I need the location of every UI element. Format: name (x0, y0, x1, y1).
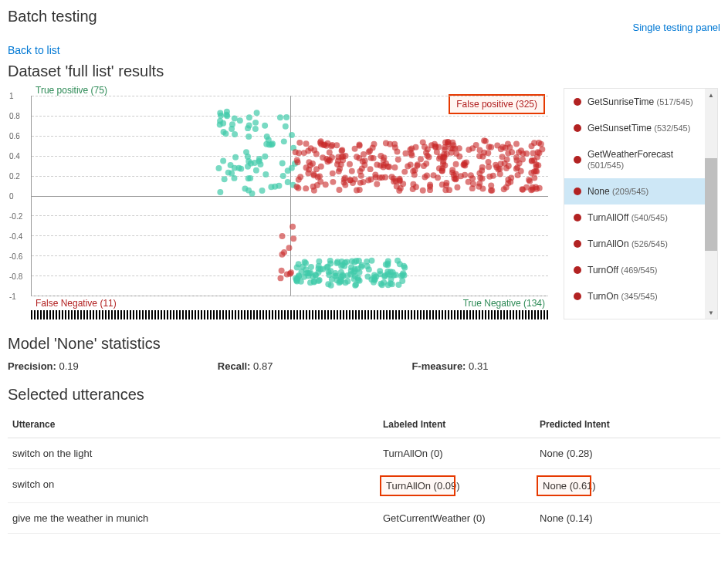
svg-point-46 (217, 110, 223, 117)
svg-point-391 (371, 155, 377, 161)
svg-point-61 (266, 142, 273, 148)
table-row[interactable]: switch on the lightTurnAllOn (0)None (0.… (8, 438, 720, 469)
svg-point-136 (473, 142, 479, 148)
intent-item-getsunsettime[interactable]: GetSunsetTime (532/545) (564, 115, 717, 141)
svg-point-386 (414, 163, 420, 169)
svg-point-89 (454, 184, 460, 191)
intent-name: TurnOff (469/545) (587, 265, 657, 275)
scrollbar-thumb[interactable] (705, 158, 717, 251)
intent-item-getweatherforecast[interactable]: GetWeatherForecast (501/545) (564, 141, 717, 178)
svg-point-301 (424, 172, 430, 178)
svg-point-26 (277, 114, 283, 120)
intent-status-dot (574, 124, 581, 132)
svg-point-381 (397, 176, 403, 182)
recall-stat: Recall: 0.87 (218, 360, 273, 372)
svg-point-512 (366, 266, 372, 272)
y-tick-label: -0.8 (9, 272, 22, 281)
svg-point-43 (262, 123, 268, 129)
svg-point-379 (507, 179, 513, 185)
svg-point-377 (468, 172, 474, 178)
svg-point-358 (536, 140, 542, 146)
scrollbar-up-arrow[interactable]: ▲ (705, 89, 717, 101)
table-row[interactable]: give me the weather in munichGetCurrentW… (8, 503, 720, 534)
svg-point-262 (461, 161, 467, 167)
svg-point-357 (418, 156, 424, 162)
x-ticks (31, 310, 548, 319)
svg-point-249 (306, 159, 312, 165)
svg-point-132 (401, 169, 408, 175)
utterance-cell: switch on the light (8, 438, 378, 469)
svg-point-286 (535, 149, 541, 155)
svg-point-2 (285, 179, 291, 185)
intent-item-turnoff[interactable]: TurnOff (469/545) (564, 257, 717, 283)
svg-point-44 (229, 126, 235, 132)
svg-point-534 (332, 273, 338, 279)
intent-item-turnalloff[interactable]: TurnAllOff (540/545) (564, 204, 717, 231)
svg-point-363 (488, 188, 494, 194)
svg-point-356 (430, 172, 436, 178)
svg-point-410 (287, 271, 293, 277)
gridline (32, 296, 548, 296)
svg-point-174 (303, 140, 310, 147)
utterance-cell: give me the weather in munich (8, 503, 378, 534)
svg-point-396 (354, 154, 360, 160)
intent-status-dot (574, 156, 581, 164)
single-testing-panel-link[interactable]: Single testing panel (633, 22, 720, 33)
intent-item-turnallon[interactable]: TurnAllOn (526/545) (564, 231, 717, 257)
svg-point-4 (262, 171, 269, 177)
back-to-list-link[interactable]: Back to list (8, 44, 720, 56)
svg-point-211 (395, 157, 401, 163)
svg-point-491 (352, 282, 358, 289)
y-tick-label: 0.8 (9, 112, 20, 120)
svg-point-276 (303, 164, 310, 171)
svg-point-347 (498, 146, 504, 152)
svg-point-74 (279, 161, 286, 167)
svg-point-275 (295, 185, 301, 191)
intent-name: TurnAllOn (526/545) (587, 238, 668, 249)
svg-point-524 (369, 258, 375, 264)
intent-status-dot (574, 98, 581, 106)
svg-point-40 (280, 173, 286, 179)
quadrant-label-tn: True Negative (134) (463, 298, 545, 309)
svg-point-218 (354, 187, 360, 193)
intent-item-none[interactable]: None (209/545) (564, 178, 717, 204)
svg-point-33 (232, 116, 238, 122)
svg-point-362 (456, 154, 462, 160)
svg-point-248 (374, 181, 380, 188)
svg-point-378 (349, 168, 355, 174)
utterance-cell: switch on (8, 469, 378, 503)
svg-point-12 (247, 175, 253, 181)
svg-point-310 (462, 172, 468, 178)
intent-item-getsunrisetime[interactable]: GetSunriseTime (517/545) (564, 89, 717, 115)
svg-point-298 (352, 146, 358, 152)
intent-item-turnon[interactable]: TurnOn (345/545) (564, 283, 717, 309)
svg-point-527 (323, 264, 330, 270)
svg-point-390 (444, 151, 450, 157)
svg-point-397 (452, 171, 459, 177)
svg-point-130 (486, 174, 493, 180)
table-row[interactable]: switch onTurnAllOn (0.09)None (0.61) (8, 469, 720, 503)
svg-point-402 (286, 245, 293, 251)
confusion-scatter-chart: True positive (75) False positive (325) … (8, 88, 548, 319)
scrollbar-down-arrow[interactable]: ▼ (705, 306, 717, 319)
y-tick-label: -0.6 (9, 252, 22, 261)
svg-point-62 (232, 165, 238, 171)
svg-point-521 (388, 276, 394, 282)
svg-point-526 (296, 261, 302, 267)
svg-point-451 (303, 260, 309, 266)
svg-point-493 (385, 259, 391, 265)
svg-point-337 (452, 146, 458, 152)
svg-point-71 (262, 154, 268, 160)
svg-point-328 (476, 184, 482, 190)
svg-point-72 (281, 138, 287, 144)
svg-point-513 (354, 266, 361, 272)
y-tick-label: 0 (9, 192, 14, 201)
svg-point-311 (314, 182, 320, 188)
svg-point-539 (293, 277, 300, 283)
intent-name: GetWeatherForecast (501/545) (587, 149, 708, 171)
svg-point-232 (410, 181, 416, 188)
svg-point-188 (296, 140, 303, 146)
svg-point-49 (249, 191, 256, 197)
svg-point-58 (289, 132, 295, 138)
intent-list[interactable]: GetSunriseTime (517/545)GetSunsetTime (5… (564, 89, 717, 314)
